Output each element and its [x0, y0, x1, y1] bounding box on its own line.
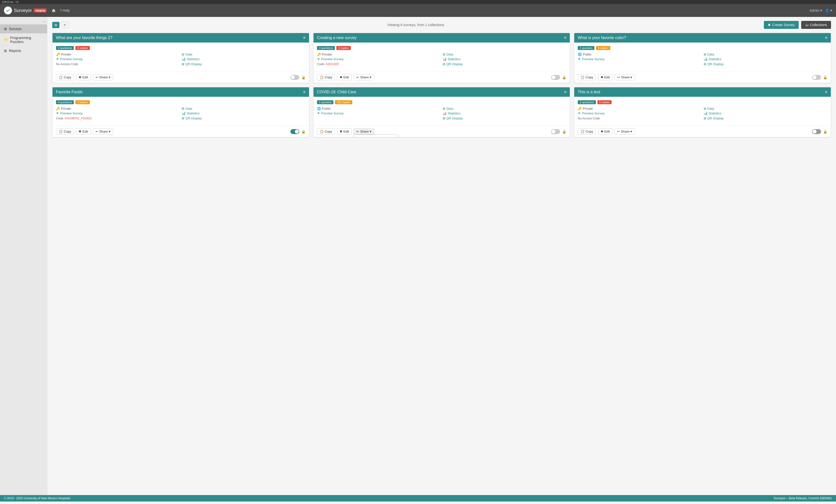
stats-link-2[interactable]: 📊 Statistics: [443, 57, 566, 61]
card-header-5: COVID-19: Child Care ≡: [314, 87, 570, 97]
email-link-item[interactable]: ✉ Email Link: [354, 136, 398, 137]
sidebar-label-reports: Reports: [9, 49, 21, 53]
card-body-2: 3 questions 0 replies 🔑 Private ⊞ Data: [314, 42, 570, 72]
stats-link-5[interactable]: 📊 Statistics: [443, 112, 566, 115]
replies-badge-5: 452 replies: [335, 100, 352, 104]
footer-version: Surveyor – Beta Release, Commit 43850fb1: [774, 497, 832, 500]
copy-button-2[interactable]: 📋 Copy: [317, 74, 335, 80]
preview-link-1[interactable]: 👁 Preview Survey: [56, 57, 179, 61]
edit-button-5[interactable]: ✖ Edit: [337, 128, 352, 135]
share-button-4[interactable]: ↩ Share ▾: [93, 128, 113, 135]
share-button-5[interactable]: ↩ Share ▾: [354, 128, 374, 135]
stats-link-1[interactable]: 📊 Statistics: [182, 57, 305, 61]
share-icon-3: ↩: [617, 75, 620, 79]
main-content: ⊞ ≡ Viewing 6 surveys, from 1 collection…: [47, 17, 836, 495]
sidebar-toggle[interactable]: »: [0, 19, 47, 24]
list-view-button[interactable]: ≡: [61, 22, 68, 28]
edit-button-4[interactable]: ✖ Edit: [76, 128, 91, 135]
toggle-3[interactable]: [812, 75, 821, 80]
lock-icon-4: 🔒: [301, 130, 306, 134]
data-icon-3: ⊞: [704, 53, 706, 56]
copy-button-4[interactable]: 📋 Copy: [56, 128, 74, 135]
share-button-3[interactable]: ↩ Share ▾: [614, 74, 635, 80]
share-button-2[interactable]: ↩ Share ▾: [354, 74, 374, 80]
sidebar-item-programming-puzzlers[interactable]: 📁 Programming Puzzlers: [0, 33, 47, 46]
preview-link-3[interactable]: 👁 Preview Survey: [578, 57, 701, 61]
stats-link-3[interactable]: 📊 Statistics: [704, 57, 827, 61]
card-header-1: What are your favorite things 2? ≡: [53, 33, 309, 42]
sidebar-item-surveys[interactable]: ⊞ Surveys: [0, 24, 47, 33]
toggle-4[interactable]: [290, 129, 299, 134]
copy-button-6[interactable]: 📋 Copy: [578, 128, 596, 135]
toggle-2[interactable]: [551, 75, 560, 80]
badge-row-6: 2 questions 0 replies: [578, 100, 827, 104]
share-icon-6: ↩: [617, 130, 620, 133]
data-link-3[interactable]: ⊞ Data: [704, 53, 827, 56]
qr-link-6[interactable]: ⊞ QR Display: [704, 116, 827, 120]
card-menu-4[interactable]: ≡: [303, 90, 305, 94]
share-button-1[interactable]: ↩ Share ▾: [93, 74, 113, 80]
toggle-5[interactable]: [551, 129, 560, 134]
toggle-track-2: [551, 75, 560, 80]
qr-icon-1: ⊞: [182, 62, 184, 66]
privacy-2: 🔑 Private: [317, 53, 441, 56]
qr-link-4[interactable]: ⊞ QR Display: [182, 116, 305, 120]
qr-link-3[interactable]: ⊞ QR Display: [704, 62, 827, 66]
admin-dropdown[interactable]: Admin ▾: [810, 8, 822, 13]
preview-link-6[interactable]: 👁 Preview Survey: [578, 112, 701, 115]
create-icon: ✖: [768, 23, 771, 27]
home-link[interactable]: 🏠: [52, 8, 56, 13]
card-menu-3[interactable]: ≡: [825, 36, 827, 40]
user-dropdown[interactable]: 👤 ▾: [825, 8, 832, 13]
preview-link-4[interactable]: 👁 Preview Survey: [56, 112, 179, 115]
card-menu-5[interactable]: ≡: [564, 90, 566, 94]
data-link-1[interactable]: ⊞ Data: [182, 53, 305, 56]
card-body-1: 2 questions 0 replies 🔑 Private ⊞ Data: [53, 42, 309, 72]
share-button-6[interactable]: ↩ Share ▾: [614, 128, 635, 135]
chart-icon-3: 📊: [704, 57, 708, 61]
card-menu-1[interactable]: ≡: [303, 36, 305, 40]
copy-button-5[interactable]: 📋 Copy: [317, 128, 335, 135]
stats-link-6[interactable]: 📊 Statistics: [704, 112, 827, 115]
preview-link-2[interactable]: 👁 Preview Survey: [317, 57, 441, 61]
page-layout: » ⊞ Surveys 📁 Programming Puzzlers ⊞ Rep…: [0, 17, 836, 495]
card-header-4: Favorite Foods ≡: [53, 87, 309, 97]
card-header-3: What is your favorite color? ≡: [574, 33, 831, 42]
header-right: Admin ▾ 👤 ▾: [810, 8, 832, 13]
qr-link-1[interactable]: ⊞ QR Display: [182, 62, 305, 66]
edit-button-6[interactable]: ✖ Edit: [598, 128, 612, 135]
edit-button-1[interactable]: ✖ Edit: [76, 74, 91, 80]
grid-view-button[interactable]: ⊞: [52, 22, 59, 28]
edit-icon-6: ✖: [601, 130, 603, 133]
card-footer-1: 📋 Copy ✖ Edit ↩ Share ▾ 🔒: [53, 72, 309, 83]
edit-button-3[interactable]: ✖ Edit: [598, 74, 612, 80]
help-link[interactable]: ? Help: [60, 8, 70, 13]
card-menu-2[interactable]: ≡: [564, 36, 566, 40]
toggle-1[interactable]: [290, 75, 299, 80]
sidebar-item-reports[interactable]: ⊞ Reports: [0, 46, 47, 55]
collections-icon: 🗂: [805, 23, 809, 27]
card-menu-6[interactable]: ≡: [825, 90, 827, 94]
copy-button-3[interactable]: 📋 Copy: [578, 74, 596, 80]
access-code-1: No Access Code: [56, 62, 179, 66]
admin-caret: ▾: [820, 8, 822, 13]
data-link-6[interactable]: ⊞ Data: [704, 107, 827, 111]
toggle-6[interactable]: [812, 129, 821, 134]
card-title-6: This is a test: [578, 90, 600, 94]
toggle-track-6: [812, 129, 821, 134]
data-link-5[interactable]: ⊞ Data: [443, 107, 566, 111]
qr-link-5[interactable]: ⊞ QR Display: [443, 116, 566, 120]
collections-button[interactable]: 🗂 Collections: [801, 21, 831, 29]
card-title-1: What are your favorite things 2?: [56, 36, 112, 40]
preview-link-5[interactable]: 👁 Preview Survey: [317, 112, 441, 115]
copy-button-1[interactable]: 📋 Copy: [56, 74, 74, 80]
edit-button-2[interactable]: ✖ Edit: [337, 74, 352, 80]
data-link-2[interactable]: ⊞ Data: [443, 53, 566, 56]
create-survey-button[interactable]: ✖ Create Survey: [764, 21, 798, 29]
user-caret: ▾: [830, 8, 832, 13]
app-header: Surveyor staging 🏠 ? Help Admin ▾ 👤 ▾: [0, 4, 836, 17]
stats-link-4[interactable]: 📊 Statistics: [182, 112, 305, 115]
card-footer-2: 📋 Copy ✖ Edit ↩ Share ▾ 🔒: [314, 72, 570, 83]
data-link-4[interactable]: ⊞ Data: [182, 107, 305, 111]
qr-link-2[interactable]: ⊞ QR Display: [443, 62, 566, 66]
